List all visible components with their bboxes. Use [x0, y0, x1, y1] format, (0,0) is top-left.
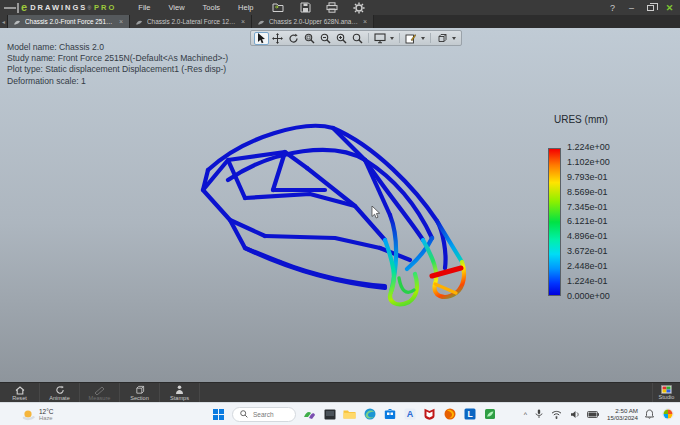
view-orientation-button[interactable] — [372, 32, 387, 45]
legend-tick: 1.224e+00 — [567, 143, 610, 152]
studio-button[interactable]: Studio — [652, 383, 680, 402]
pan-tool-button[interactable] — [270, 32, 285, 45]
cube-icon — [436, 33, 447, 44]
chevron-down-icon[interactable] — [390, 37, 394, 40]
section-button[interactable]: Section — [120, 383, 160, 402]
toolbar-separator — [399, 33, 400, 43]
rotate-tool-button[interactable] — [286, 32, 301, 45]
legend-tick: 8.569e-01 — [567, 188, 610, 197]
tab-close-icon[interactable]: × — [119, 18, 123, 25]
menu-view[interactable]: View — [160, 1, 192, 14]
tab-lateral-force[interactable]: Chassis 2.0-Lateral Force 1256N.analysis… — [130, 15, 252, 28]
viewport-canvas[interactable]: Model name: Chassis 2.0 Study name: Fron… — [0, 28, 680, 382]
weather-text: 12°C Haze — [39, 408, 54, 421]
edge-browser-icon[interactable] — [363, 408, 376, 421]
tab-front-force[interactable]: Chassis 2.0-Front Force 2515N.analysis.e… — [8, 15, 130, 28]
close-button[interactable]: ✕ — [661, 1, 678, 14]
animate-button[interactable]: Animate — [40, 383, 80, 402]
zoom-in-tool-button[interactable] — [334, 32, 349, 45]
chevron-up-icon[interactable]: ^ — [524, 411, 527, 418]
stamp-icon — [175, 385, 184, 395]
taskbar-clock[interactable]: 2:50 AM 15/03/2024 — [607, 407, 638, 421]
document-icon — [136, 18, 143, 25]
mcafee-shield-icon[interactable] — [423, 408, 436, 421]
result-legend: URES (mm) 1.224e+00 1.102e+00 9.793e-01 … — [548, 114, 610, 301]
microsoft-store-icon[interactable] — [383, 408, 396, 421]
help-button[interactable]: ? — [604, 1, 621, 14]
restore-button[interactable] — [642, 1, 659, 14]
toolbar-separator — [430, 33, 431, 43]
microphone-icon[interactable] — [532, 408, 545, 421]
settings-gear-icon[interactable] — [353, 1, 366, 14]
start-button[interactable] — [212, 408, 225, 421]
battery-icon[interactable] — [586, 408, 599, 421]
taskbar-search[interactable]: Search — [232, 407, 296, 422]
markup-icon — [405, 33, 416, 44]
windows-logo-icon — [213, 409, 224, 420]
legend-tick: 3.672e-01 — [567, 247, 610, 256]
copilot-icon[interactable] — [661, 408, 674, 421]
rotate-icon — [288, 33, 299, 44]
reset-button[interactable]: Reset — [0, 383, 40, 402]
study-name-text: Study name: Front Force 2515N(-Default<A… — [7, 53, 228, 64]
views-cube-button[interactable] — [434, 32, 449, 45]
zoom-out-icon — [320, 33, 331, 44]
weather-widget[interactable]: 12°C Haze — [22, 408, 54, 421]
weather-temp: 12°C — [39, 408, 54, 415]
green-app-icon[interactable] — [483, 408, 496, 421]
save-icon[interactable] — [299, 1, 312, 14]
menu-file[interactable]: File — [130, 1, 158, 14]
chevron-down-icon[interactable] — [452, 37, 456, 40]
tab-scroll-button[interactable]: ◂ — [0, 15, 8, 28]
open-icon[interactable] — [272, 1, 285, 14]
zoom-out-tool-button[interactable] — [318, 32, 333, 45]
bottom-toolbar: Reset Animate Measure Section Stamps Stu… — [0, 382, 680, 402]
section-cube-icon — [135, 385, 145, 395]
clock-time: 2:50 AM — [615, 407, 638, 414]
menu-help[interactable]: Help — [230, 1, 261, 14]
titlebar: e DRAWINGS ® PRO File View Tools Help — [0, 0, 680, 15]
mouse-cursor-icon — [371, 206, 380, 219]
model-name-text: Model name: Chassis 2.0 — [7, 42, 228, 53]
markup-button[interactable] — [403, 32, 418, 45]
stamps-button[interactable]: Stamps — [160, 383, 200, 402]
print-icon[interactable] — [326, 1, 339, 14]
birds-app-icon[interactable] — [303, 408, 316, 421]
chevron-down-icon[interactable] — [421, 37, 425, 40]
firefox-browser-icon[interactable] — [443, 408, 456, 421]
zoom-area-icon — [304, 33, 315, 44]
search-icon — [240, 410, 248, 418]
tab-upper-force[interactable]: Chassis 2.0-Upper 628N.analysis.eprt × — [252, 15, 374, 28]
logo-name: DRAWINGS — [30, 3, 87, 12]
legend-body: 1.224e+00 1.102e+00 9.793e-01 8.569e-01 … — [548, 143, 610, 301]
plot-type-text: Plot type: Static displacement Displacem… — [7, 64, 228, 75]
volume-icon[interactable] — [568, 408, 581, 421]
select-tool-button[interactable] — [254, 32, 269, 45]
svg-text:A: A — [406, 409, 413, 419]
bottom-toolbar-spacer — [200, 383, 652, 402]
chassis-fea-model[interactable] — [185, 120, 475, 348]
deformation-scale-text: Deformation scale: 1 — [7, 76, 228, 87]
animate-icon — [55, 385, 65, 395]
weather-condition: Haze — [39, 415, 54, 421]
legend-color-bar — [548, 148, 561, 296]
legend-tick: 7.345e-01 — [567, 203, 610, 212]
restore-icon — [647, 5, 654, 11]
select-arrow-icon — [257, 33, 266, 44]
legend-tick: 0.000e+00 — [567, 292, 610, 301]
dark-window-app-icon[interactable] — [323, 408, 336, 421]
zoom-area-tool-button[interactable] — [302, 32, 317, 45]
measure-icon — [94, 386, 105, 395]
tab-close-icon[interactable]: × — [363, 18, 367, 25]
minimize-button[interactable]: – — [623, 1, 640, 14]
a-letter-app-icon[interactable]: A — [403, 408, 416, 421]
legend-tick: 1.224e-01 — [567, 277, 610, 286]
menu-tools[interactable]: Tools — [195, 1, 229, 14]
zoom-fit-tool-button[interactable] — [350, 32, 365, 45]
file-explorer-icon[interactable] — [343, 408, 356, 421]
bell-icon[interactable] — [643, 408, 656, 421]
titlebar-quick-icons — [272, 1, 366, 14]
wifi-icon[interactable] — [550, 408, 563, 421]
tab-close-icon[interactable]: × — [241, 18, 245, 25]
linkedin-icon[interactable]: L — [463, 408, 476, 421]
